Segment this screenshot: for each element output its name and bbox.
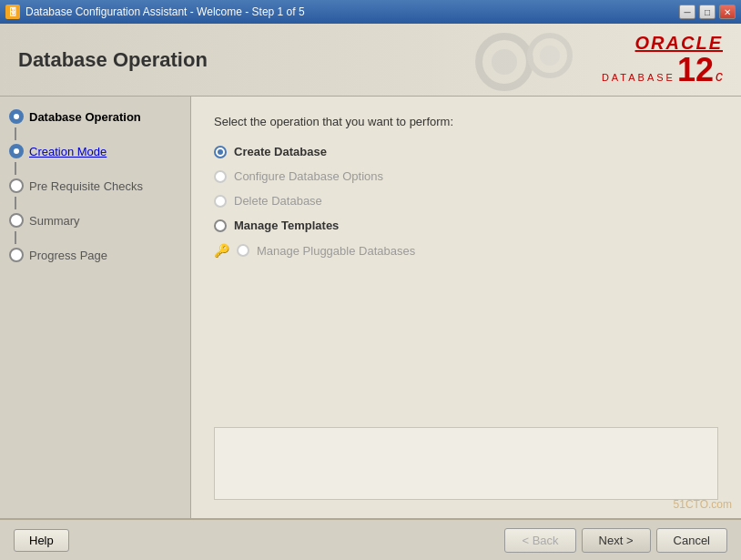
sidebar-item-database-operation[interactable]: Database Operation (0, 106, 190, 127)
label-manage-templates: Manage Templates (234, 219, 339, 232)
radio-manage-templates[interactable] (214, 219, 227, 232)
instruction-text: Select the operation that you want to pe… (214, 115, 718, 128)
options-group: Create Database Configure Database Optio… (214, 145, 718, 258)
label-create-database: Create Database (234, 145, 327, 158)
page-title: Database Operation (18, 48, 208, 72)
option-manage-pluggable-databases: 🔑 Manage Pluggable Databases (214, 243, 718, 258)
option-manage-templates[interactable]: Manage Templates (214, 219, 718, 232)
back-button[interactable]: < Back (504, 528, 575, 553)
oracle-logo: ORACLE DATABASE 12 c (602, 33, 723, 87)
oracle-product: DATABASE (602, 72, 675, 83)
option-create-database[interactable]: Create Database (214, 145, 718, 158)
watermark: 51CTO.com (674, 498, 732, 511)
main-layout: Database Operation Creation Mode Pre Req… (0, 97, 741, 518)
help-bar: Help < Back Next > Cancel (0, 518, 741, 560)
sidebar-item-pre-requisite-checks: Pre Requisite Checks (0, 175, 190, 197)
close-button[interactable]: ✕ (719, 5, 736, 19)
label-delete-database: Delete Database (234, 194, 322, 208)
cancel-button[interactable]: Cancel (656, 528, 727, 553)
svg-point-1 (492, 49, 517, 75)
content-area: Select the operation that you want to pe… (191, 97, 741, 518)
step-circle-2 (9, 144, 24, 158)
step-line-4 (15, 231, 16, 244)
maximize-button[interactable]: □ (699, 5, 716, 19)
minimize-button[interactable]: ─ (679, 5, 695, 19)
sidebar-label-creation-mode: Creation Mode (29, 145, 107, 158)
step-circle-3 (9, 178, 24, 193)
option-delete-database: Delete Database (214, 194, 718, 208)
radio-delete-database (214, 195, 227, 208)
sidebar-label-summary: Summary (29, 214, 80, 228)
radio-manage-pluggable-databases (237, 244, 249, 257)
oracle-version: 12 (677, 54, 714, 87)
sidebar-label-progress-page: Progress Page (29, 249, 107, 262)
step-line-1 (15, 127, 16, 140)
sidebar-item-summary: Summary (0, 209, 190, 231)
svg-point-3 (540, 46, 560, 66)
sidebar-label-pre-requisite-checks: Pre Requisite Checks (29, 179, 143, 193)
lock-icon: 🔑 (214, 243, 229, 258)
step-line-3 (15, 197, 16, 209)
oracle-version-sup: c (716, 68, 723, 85)
description-box (214, 427, 718, 500)
window-controls: ─ □ ✕ (679, 5, 736, 19)
sidebar-item-progress-page: Progress Page (0, 244, 190, 266)
step-circle-1 (9, 109, 24, 124)
nav-buttons: < Back Next > Cancel (504, 528, 727, 553)
next-button[interactable]: Next > (582, 528, 651, 553)
gear-decoration (450, 28, 614, 97)
sidebar-item-creation-mode[interactable]: Creation Mode (0, 140, 190, 162)
step-line-2 (15, 162, 16, 175)
app-icon: 🗄 (5, 5, 20, 19)
sidebar-label-database-operation: Database Operation (29, 110, 141, 124)
step-circle-5 (9, 248, 24, 262)
radio-create-database[interactable] (214, 146, 227, 158)
radio-configure-database-options (214, 170, 227, 183)
label-manage-pluggable-databases: Manage Pluggable Databases (257, 244, 415, 258)
header: Database Operation ORACLE DATABASE 12 c (0, 24, 741, 97)
title-bar: 🗄 Database Configuration Assistant - Wel… (0, 0, 741, 24)
step-circle-4 (9, 213, 24, 228)
option-configure-database-options: Configure Database Options (214, 169, 718, 183)
window-title: Database Configuration Assistant - Welco… (25, 5, 305, 18)
label-configure-database-options: Configure Database Options (234, 169, 383, 183)
help-button[interactable]: Help (14, 529, 69, 552)
sidebar: Database Operation Creation Mode Pre Req… (0, 97, 191, 518)
